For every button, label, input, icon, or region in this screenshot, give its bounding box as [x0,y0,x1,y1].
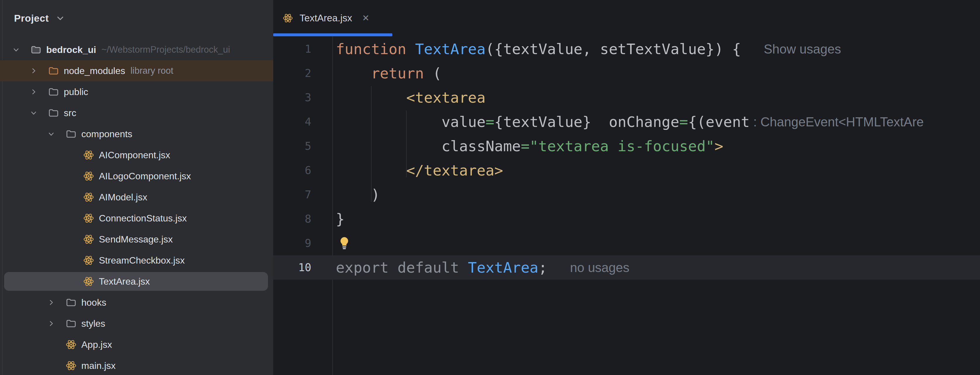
line-number[interactable]: 10 [273,261,332,274]
project-tree: bedrock_ui ~/WebstormProjects/bedrock_ui… [0,39,273,375]
tree-row-streamcheckbox-jsx[interactable]: StreamCheckbox.jsx [0,250,273,271]
line-number[interactable]: 6 [273,164,332,177]
tree-row-connectionstatus-jsx[interactable]: ConnectionStatus.jsx [0,208,273,229]
tree-item-label: node_modules [64,65,125,76]
react-file-icon [83,234,94,245]
chevron-right-icon[interactable] [44,124,59,145]
project-tool-window: Project bedrock_ui ~/WebstormProjects/be… [0,0,273,375]
code-line-4: 4 value={textValue} onChange={(event : C… [273,110,980,134]
code-token: TextArea [415,41,485,58]
tree-item-label: StreamCheckbox.jsx [99,255,185,266]
tree-item-extra: ~/WebstormProjects/bedrock_ui [102,44,230,55]
tree-row-aimodel-jsx[interactable]: AIModel.jsx [0,187,273,208]
code-token: {(event [688,113,750,130]
chevron-right-icon[interactable] [26,102,41,124]
folder-icon [30,44,41,55]
react-file-icon [83,276,94,287]
react-file-icon [83,149,94,160]
code-token: ; [538,259,547,276]
folder-icon [65,297,76,308]
code-line-5: 5 className="textarea is-focused"> [273,134,980,158]
tree-row-sendmessage-jsx[interactable]: SendMessage.jsx [0,229,273,250]
tree-row-app-jsx[interactable]: App.jsx [0,334,273,355]
tree-item-label: AILogoComponent.jsx [99,171,191,182]
tree-item-label: hooks [81,297,106,308]
line-number[interactable]: 4 [273,116,332,128]
intention-bulb-icon[interactable] [339,236,350,251]
chevron-right-icon[interactable] [9,39,24,60]
tree-row-node-modules[interactable]: node_modules library root [0,60,273,81]
code-text: value={textValue} onChange={(event : Cha… [332,113,924,130]
tree-item-label: TextArea.jsx [99,276,150,287]
line-number[interactable]: 7 [273,188,332,201]
code-line-3: 3 <textarea [273,86,980,110]
tree-row-bedrock-ui[interactable]: bedrock_ui ~/WebstormProjects/bedrock_ui [0,39,273,60]
react-file-icon [83,213,94,224]
tree-item-label: styles [81,318,105,329]
line-number[interactable]: 9 [273,237,332,249]
close-tab-icon[interactable]: ✕ [362,14,369,22]
code-token [336,162,406,179]
inlay-hint: : ChangeEvent<HTMLTextAre [750,114,924,129]
line-number[interactable]: 5 [273,140,332,153]
tree-item-label: AIComponent.jsx [99,150,170,160]
tree-item-label: SendMessage.jsx [99,234,173,245]
code-token: {textValue} onChange [495,113,679,130]
code-token: > [714,138,723,155]
chevron-right-icon[interactable] [44,313,59,334]
tree-row-main-jsx[interactable]: main.jsx [0,355,273,375]
code-text: </textarea> [332,162,503,179]
chevron-right-icon[interactable] [44,292,59,313]
react-file-icon [65,360,76,371]
tree-item-label: AIModel.jsx [99,192,147,203]
code-lines[interactable]: 1 function TextArea({textValue, setTextV… [273,37,980,280]
code-token: export default [336,259,468,276]
react-file-icon [83,255,94,266]
line-number[interactable]: 3 [273,91,332,104]
code-token: value [336,113,485,130]
tree-row-hooks[interactable]: hooks [0,292,273,313]
tree-item-extra: library root [130,65,173,76]
inlay-hint: no usages [570,261,629,275]
tab-textarea-jsx[interactable]: TextArea.jsx ✕ [273,0,392,36]
react-file-icon [83,192,94,203]
code-token: } [336,211,345,227]
folder-icon [65,129,76,140]
project-view-selector[interactable]: Project [0,7,65,29]
chevron-right-icon[interactable] [26,81,41,102]
folder-icon [48,65,59,76]
tree-row-ailogocomponent-jsx[interactable]: AILogoComponent.jsx [0,165,273,187]
code-token: </textarea> [406,162,503,179]
code-text: } [332,211,345,227]
tree-row-styles[interactable]: styles [0,313,273,334]
code-text: return ( [332,65,441,82]
tree-row-textarea-jsx[interactable]: TextArea.jsx [0,271,273,292]
tree-item-label: bedrock_ui [46,44,96,55]
line-number[interactable]: 8 [273,213,332,225]
code-token: ({textValue, setTextValue}) { [485,41,741,58]
chevron-right-icon[interactable] [26,60,41,81]
chevron-down-icon [55,13,65,23]
tree-row-components[interactable]: components [0,124,273,145]
folder-icon [48,107,59,118]
folder-icon [48,86,59,97]
editor-area[interactable]: TextArea.jsx ✕ 1 function TextArea({text… [273,0,980,375]
code-token: className [336,138,521,155]
code-token: TextArea [468,259,539,276]
tree-item-label: components [81,129,132,140]
code-text: export default TextArea;no usages [332,259,630,276]
code-line-7: 7 ) [273,183,980,207]
code-token: ( [424,65,441,82]
line-number[interactable]: 1 [273,43,332,55]
code-line-2: 2 return ( [273,61,980,86]
code-line-10: 10 export default TextArea;no usages [273,255,980,280]
code-line-9: 9 [273,231,980,255]
tree-item-label: public [64,87,88,97]
line-number[interactable]: 2 [273,67,332,79]
code-token [336,89,406,106]
tree-row-aicomponent-jsx[interactable]: AIComponent.jsx [0,145,273,165]
tree-item-label: App.jsx [81,339,112,350]
code-token: <textarea [406,89,485,106]
tree-row-src[interactable]: src [0,102,273,124]
tree-row-public[interactable]: public [0,81,273,102]
